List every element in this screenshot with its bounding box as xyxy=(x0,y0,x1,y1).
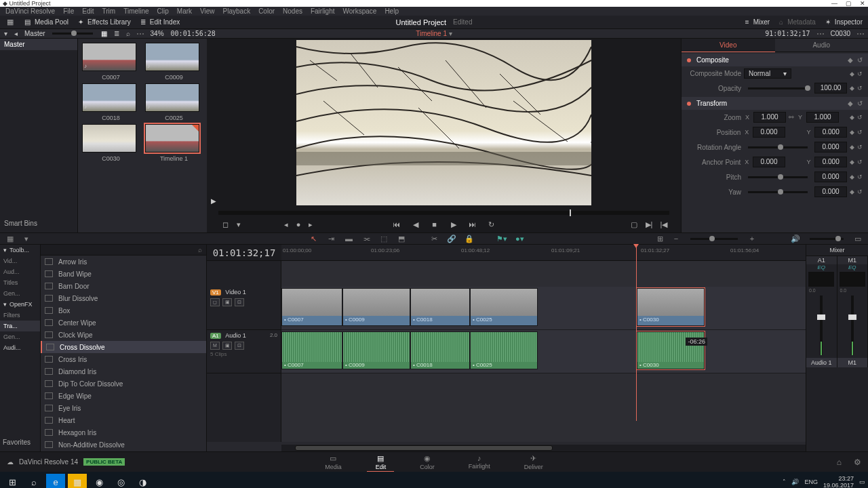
overwrite-tool[interactable]: ⬚ xyxy=(379,235,389,243)
maximize-button[interactable]: ▢ xyxy=(846,0,852,7)
menu-item[interactable]: Workspace xyxy=(343,7,377,15)
trim-tool[interactable]: ⇥ xyxy=(326,235,336,243)
reset-icon[interactable]: ↺ xyxy=(857,144,863,150)
rotation-value[interactable]: 0.000 xyxy=(814,142,847,152)
keyframe-icon[interactable]: ◆ xyxy=(848,56,853,64)
pitch-slider[interactable] xyxy=(748,176,808,178)
reset-icon[interactable]: ↺ xyxy=(857,174,863,180)
keyframe-icon[interactable]: ◆ xyxy=(850,174,854,180)
page-media[interactable]: ▭Media xyxy=(325,454,342,470)
audio-clip[interactable]: • C0025 xyxy=(470,331,538,369)
effect-item[interactable]: Box xyxy=(41,304,206,317)
link-icon[interactable]: ⚯ xyxy=(789,114,794,121)
viewer-more-icon[interactable] xyxy=(817,33,824,35)
section-enable-icon[interactable] xyxy=(687,102,691,106)
flag-icon[interactable]: ⚑▾ xyxy=(497,235,507,243)
blade-tool[interactable]: ▬ xyxy=(344,235,353,243)
keyframe-icon[interactable]: ◆ xyxy=(848,100,853,107)
effect-item[interactable]: Band Wipe xyxy=(41,268,206,280)
page-deliver[interactable]: ✈Deliver xyxy=(524,454,543,470)
menu-item[interactable]: File xyxy=(63,7,74,15)
home-icon[interactable]: ⌂ xyxy=(837,458,842,467)
keyframe-icon[interactable]: ◆ xyxy=(850,144,854,150)
master-bin[interactable]: Master xyxy=(0,39,77,50)
chevron-down-icon[interactable]: ▾ xyxy=(22,235,31,243)
snap-icon[interactable]: ⊞ xyxy=(655,235,665,243)
replace-tool[interactable]: ⬒ xyxy=(397,235,406,243)
more-icon[interactable] xyxy=(137,33,144,35)
effect-item[interactable]: Edge Wipe xyxy=(41,390,206,402)
viewer-canvas[interactable] xyxy=(296,40,591,205)
timeline-thumb[interactable]: Timeline 1 xyxy=(145,124,203,162)
reset-icon[interactable]: ↺ xyxy=(857,85,863,92)
rotation-slider[interactable] xyxy=(748,146,808,148)
prev-clip-icon[interactable]: |◀ xyxy=(659,220,669,229)
video-track-header[interactable]: V1 Video 1 ◻▣⊡ xyxy=(207,287,281,330)
timeline-lanes[interactable]: • C0007• C0007• C0009• C0009• C0018• C00… xyxy=(281,261,806,442)
channel-fader[interactable] xyxy=(820,296,823,355)
taskbar-app[interactable]: ◎ xyxy=(111,474,130,488)
keyframe-icon[interactable]: ◆ xyxy=(850,159,854,165)
menu-item[interactable]: Help xyxy=(384,7,399,15)
category-item[interactable]: Titles xyxy=(0,277,40,288)
tray-chevron-icon[interactable]: ˄ xyxy=(783,479,786,485)
effect-item[interactable]: Dip To Color Dissolve xyxy=(41,378,206,390)
reset-icon[interactable]: ↺ xyxy=(857,56,863,64)
clip-thumb[interactable]: ♪C0007 xyxy=(82,43,140,81)
media-pool-toggle[interactable]: ▤ Media Pool xyxy=(24,18,68,26)
reset-icon[interactable]: ↺ xyxy=(857,70,863,77)
audio-clip[interactable]: • C0007 xyxy=(281,331,342,369)
taskbar-app[interactable]: e xyxy=(46,474,65,488)
track-thumb-button[interactable]: ⊡ xyxy=(235,298,244,306)
tray-lang[interactable]: ENG xyxy=(804,479,818,485)
page-fairlight[interactable]: ♪Fairlight xyxy=(469,454,490,470)
thumb-size-slider[interactable] xyxy=(52,33,93,35)
keyframe-icon[interactable]: ◆ xyxy=(850,70,854,77)
viewer-source-name[interactable]: Timeline 1 ▾ xyxy=(416,30,452,37)
video-clip[interactable]: • C0025 xyxy=(470,288,538,326)
menu-item[interactable]: Timeline xyxy=(123,7,149,15)
category-item[interactable]: Vid... xyxy=(0,256,40,266)
clip-thumb[interactable]: ♪C0025 xyxy=(145,83,203,121)
taskbar-resolve[interactable]: ◑ xyxy=(133,474,152,488)
metadata-toggle[interactable]: ⌂ Metadata xyxy=(779,18,816,26)
search-icon[interactable]: ⌕ xyxy=(126,30,130,37)
timeline-timecode[interactable]: 01:01:32;17 xyxy=(207,245,281,260)
yaw-value[interactable]: 0.000 xyxy=(814,186,847,197)
effect-item[interactable]: Cross Iris xyxy=(41,353,206,365)
last-frame-button[interactable]: ⏭ xyxy=(468,220,477,229)
yaw-slider[interactable] xyxy=(748,191,808,193)
menu-item[interactable]: View xyxy=(200,7,215,15)
reset-icon[interactable]: ↺ xyxy=(857,159,863,165)
menu-item[interactable]: Nodes xyxy=(283,7,302,15)
edit-index-toggle[interactable]: ≣ Edit Index xyxy=(140,18,180,26)
playhead-icon[interactable]: ● xyxy=(294,220,303,229)
menu-item[interactable]: Playback xyxy=(223,7,251,15)
inspector-more-icon[interactable] xyxy=(857,33,864,35)
inspector-toggle[interactable]: ✶ Inspector xyxy=(825,18,863,26)
viewer-scrubber[interactable] xyxy=(218,211,669,215)
crop-icon[interactable]: ◻ xyxy=(220,220,230,229)
section-composite[interactable]: Composite ◆↺ xyxy=(682,54,868,66)
track-enable-button[interactable]: ▣ xyxy=(222,298,232,306)
effect-item[interactable]: Cross Dissolve xyxy=(41,341,206,353)
zoom-out-icon[interactable]: − xyxy=(671,235,681,243)
loop-button[interactable]: ↻ xyxy=(487,220,496,229)
effect-item[interactable]: Barn Door xyxy=(41,280,206,292)
category-item[interactable]: Gen... xyxy=(0,288,40,299)
menu-item[interactable]: DaVinci Resolve xyxy=(5,7,55,15)
pan-control[interactable] xyxy=(840,272,865,287)
chevron-left-icon[interactable]: ◂ xyxy=(14,30,18,37)
match-frame-icon[interactable]: ▢ xyxy=(629,220,639,229)
menu-item[interactable]: Fairlight xyxy=(311,7,335,15)
volume-icon[interactable]: 🔊 xyxy=(791,235,800,243)
composite-mode-dropdown[interactable]: Normal▾ xyxy=(744,68,791,79)
effects-search[interactable]: ⌕ xyxy=(41,245,206,256)
taskbar-app[interactable]: ◉ xyxy=(90,474,108,488)
keyframe-icon[interactable]: ◆ xyxy=(850,129,854,136)
effect-item[interactable]: Hexagon Iris xyxy=(41,426,206,439)
list-view-icon[interactable]: ≣ xyxy=(114,30,119,37)
effect-item[interactable]: Center Wipe xyxy=(41,317,206,329)
next-edit-icon[interactable]: ▸ xyxy=(306,220,315,229)
video-clip[interactable]: • C0007 xyxy=(281,288,342,326)
